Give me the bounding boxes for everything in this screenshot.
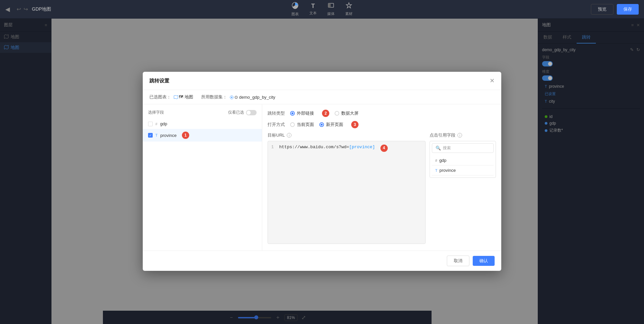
step-badge-1: 1 — [182, 132, 189, 139]
dialog-close-button[interactable]: ✕ — [490, 77, 495, 84]
jump-type-row: 跳转类型 外部链接 2 数据大屏 — [268, 110, 496, 117]
field-label-province: province — [160, 133, 177, 138]
readonly-toggle-switch[interactable] — [246, 110, 257, 115]
dialog-title: 跳转设置 — [149, 78, 169, 84]
svg-rect-2 — [328, 3, 331, 7]
svg-marker-3 — [346, 3, 352, 8]
url-right: 点击引用字段 i 🔍 搜索 # gdp — [430, 132, 496, 245]
action-buttons: 预览 保存 — [591, 4, 639, 15]
url-text: https://www.baidu.com/s?wd=[province] — [279, 145, 375, 152]
jump-settings-dialog: 跳转设置 ✕ 已选图表： 🗺 地图 所用数据集： ⊙ demo_gdp_by_c… — [143, 72, 501, 271]
url-left: 目标URL i 1 https://www.baidu.com/s?wd=[pr… — [268, 132, 426, 245]
step-badge-3: 3 — [351, 121, 359, 128]
cite-label: 点击引用字段 i — [430, 132, 496, 138]
dialog-footer: 取消 确认 — [143, 251, 501, 271]
search-input[interactable]: 搜索 — [443, 145, 451, 151]
open-mode-row: 打开方式 当前页面 新开页面 3 — [268, 121, 496, 128]
save-button[interactable]: 保存 — [617, 4, 639, 15]
undo-button[interactable]: ↩ — [17, 6, 21, 12]
url-line: 1 https://www.baidu.com/s?wd=[province] … — [271, 145, 422, 152]
page-title: GDP地图 — [32, 6, 51, 12]
material-tool[interactable]: 素材 — [345, 2, 353, 16]
text-icon: T — [311, 3, 315, 10]
radio-circle-external — [290, 111, 295, 116]
cite-field-province[interactable]: T province — [432, 165, 494, 175]
material-icon — [346, 2, 352, 10]
field-row-gdp[interactable]: # gdp — [143, 119, 262, 129]
jump-type-label: 跳转类型 — [268, 110, 285, 116]
dialog-left-panel: 选择字段 仅看已选 # gdp ✓ T province — [143, 104, 262, 251]
media-icon — [328, 2, 334, 10]
field-type-gdp: # — [155, 122, 157, 126]
radio-external[interactable]: 外部链接 — [290, 110, 314, 116]
field-header: 选择字段 仅看已选 — [143, 108, 262, 119]
checkbox-province[interactable]: ✓ — [148, 133, 153, 138]
open-mode-label: 打开方式 — [268, 122, 285, 128]
svg-point-5 — [231, 97, 232, 98]
topbar: ◀ ↩ ↪ GDP地图 图表 T 文本 — [0, 0, 644, 19]
text-tool[interactable]: T 文本 — [309, 3, 317, 16]
radio-circle-dashboard — [335, 111, 339, 116]
url-section: 目标URL i 1 https://www.baidu.com/s?wd=[pr… — [268, 132, 496, 245]
step-badge-4: 4 — [380, 145, 388, 152]
chart-icon — [291, 2, 299, 11]
dialog-body: 选择字段 仅看已选 # gdp ✓ T province — [143, 104, 501, 251]
field-label-gdp: gdp — [160, 121, 167, 126]
radio-circle-current — [290, 122, 295, 127]
search-box: 🔍 搜索 — [432, 143, 494, 153]
cite-field-gdp[interactable]: # gdp — [432, 156, 494, 165]
preview-button[interactable]: 预览 — [591, 4, 613, 15]
cite-info-icon: i — [457, 133, 462, 138]
search-icon: 🔍 — [436, 146, 441, 151]
dialog-dataset-name: ⊙ demo_gdp_by_city — [230, 95, 276, 100]
checkbox-gdp[interactable] — [148, 122, 153, 126]
radio-dashboard[interactable]: 数据大屏 — [335, 110, 359, 116]
url-info-icon: i — [287, 133, 291, 138]
field-type-province: T — [155, 133, 158, 137]
cancel-button[interactable]: 取消 — [447, 256, 469, 266]
radio-current[interactable]: 当前页面 — [290, 122, 314, 128]
jump-type-radio-group: 外部链接 2 数据大屏 — [290, 110, 359, 117]
dialog-right-panel: 跳转类型 外部链接 2 数据大屏 打 — [262, 104, 501, 251]
media-tool[interactable]: 媒体 — [327, 2, 335, 16]
back-button[interactable]: ◀ — [5, 6, 10, 13]
readonly-toggle: 仅看已选 — [228, 110, 257, 115]
url-line-number: 1 — [271, 145, 277, 152]
url-editor[interactable]: 1 https://www.baidu.com/s?wd=[province] … — [268, 141, 426, 244]
cite-field-container: 🔍 搜索 # gdp T province — [430, 141, 496, 178]
step-badge-2: 2 — [322, 110, 329, 117]
toolbar: 图表 T 文本 媒体 素材 — [291, 2, 353, 17]
field-row-province[interactable]: ✓ T province 1 — [143, 129, 262, 142]
dialog-overlay: 跳转设置 ✕ 已选图表： 🗺 地图 所用数据集： ⊙ demo_gdp_by_c… — [0, 19, 644, 324]
dialog-subtitle: 已选图表： 🗺 地图 所用数据集： ⊙ demo_gdp_by_city — [143, 90, 501, 104]
redo-button[interactable]: ↪ — [24, 6, 28, 12]
chart-tool[interactable]: 图表 — [291, 2, 299, 17]
open-mode-radio-group: 当前页面 新开页面 3 — [290, 121, 359, 128]
confirm-button[interactable]: 确认 — [473, 256, 495, 266]
dataset-label: 所用数据集： — [201, 94, 227, 100]
radio-circle-new — [319, 122, 324, 127]
url-label: 目标URL i — [268, 132, 426, 138]
radio-new[interactable]: 新开页面 — [319, 122, 343, 128]
url-placeholder: [province] — [349, 145, 375, 150]
chart-label: 已选图表： — [149, 94, 171, 100]
dialog-header: 跳转设置 ✕ — [143, 72, 501, 90]
chart-name: 🗺 地图 — [174, 94, 193, 100]
